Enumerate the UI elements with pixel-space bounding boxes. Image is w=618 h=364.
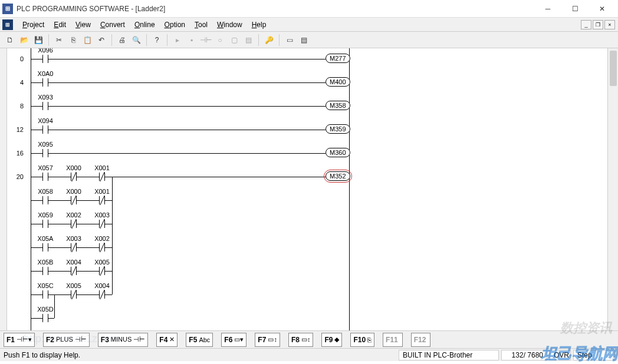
wire [48,130,326,130]
status-bar: Push F1 to display Help. BUILT IN PLC-Br… [0,348,618,361]
fkey-f10[interactable]: F10⎘ [350,333,374,347]
undo-button[interactable]: ↶ [95,34,108,47]
paste-button[interactable]: 📋 [81,34,94,47]
register-button[interactable]: ▤ [242,34,255,47]
wire [112,177,326,177]
app-icon: ⊞ [2,4,13,14]
wire [48,153,326,154]
print-button[interactable]: 🖨 [116,34,129,47]
menu-online[interactable]: Online [130,19,160,30]
key-button[interactable]: 🔑 [262,34,275,47]
wire [54,294,55,318]
wire [105,271,112,272]
wire [105,247,112,248]
status-device: BUILT IN PLC-Brother [399,350,499,360]
left-rail [31,48,31,330]
fkey-f3[interactable]: F3MINUS ⊣⊢ [98,333,149,347]
fkey-f2[interactable]: F2PLUS ⊣⊢ [43,333,90,347]
rung-number: 8 [20,102,24,110]
new-button[interactable]: 🗋 [4,34,17,47]
app-menu-icon: ⊞ [2,19,13,30]
copy-button[interactable]: ⎘ [67,34,80,47]
wire [105,224,112,224]
ladder-diagram[interactable]: 0X096M2774X0A0M4008X093M35812X094M35916X… [7,48,607,330]
print-preview-button[interactable]: 🔍 [130,34,143,47]
scrollbar[interactable] [607,48,618,330]
status-mode: OVR [550,350,571,360]
toolbar: 🗋 📂 💾 ✂ ⎘ 📋 ↶ 🖨 🔍 ? ▸ ▪ ⊣⊢ ○ ▢ ▤ 🔑 ▭ ▤ [0,32,618,48]
stop-button[interactable]: ▪ [185,34,198,47]
menu-bar: ⊞ ProjectEditViewConvertOnlineOptionTool… [0,18,618,32]
status-extra: Step [573,350,614,360]
window-button[interactable]: ▭ [283,34,296,47]
fkey-f8[interactable]: F8▭↕ [288,333,314,347]
cut-button[interactable]: ✂ [52,34,65,47]
wire [112,177,113,294]
menu-view[interactable]: View [71,19,96,30]
coil-M277[interactable]: M277 [326,54,350,63]
rung-number: 16 [17,150,24,157]
wire [105,200,112,201]
contact-tool-button[interactable]: ⊣⊢ [199,34,212,47]
coil-M358[interactable]: M358 [326,101,350,110]
fkey-f7[interactable]: F7▭↕ [255,333,280,347]
left-gutter [0,48,7,330]
rung-number: 12 [17,126,24,133]
coil-M400[interactable]: M400 [326,77,350,87]
wire [105,177,112,177]
maximize-button[interactable]: ☐ [561,1,589,17]
mdi-restore-button[interactable]: ❐ [593,20,603,29]
wire [48,82,326,83]
diagram-area: 0X096M2774X0A0M4008X093M35812X094M35916X… [0,48,618,330]
menu-window[interactable]: Window [212,19,247,30]
box-tool-button[interactable]: ▢ [228,34,241,47]
rung-number: 4 [20,79,24,86]
run-button[interactable]: ▸ [171,34,184,47]
help-button[interactable]: ? [150,34,163,47]
coil-M352[interactable]: M352 [326,171,350,181]
save-button[interactable]: 💾 [32,34,45,47]
coil-tool-button[interactable]: ○ [213,34,226,47]
coil-M359[interactable]: M359 [326,124,350,134]
close-button[interactable]: ✕ [589,1,616,17]
fkey-f9[interactable]: F9◆ [321,333,342,347]
scroll-thumb[interactable] [610,51,617,86]
coil-M360[interactable]: M360 [326,148,350,157]
status-help-text: Push F1 to display Help. [4,351,80,359]
wire [48,59,326,59]
right-rail [349,48,350,330]
wire [48,318,54,319]
fkey-f12: F12 [411,333,431,347]
rung-number: 0 [20,55,24,62]
window-title: PLC PROGRAMMING SOFTWARE - [Ladder2] [17,5,534,13]
wire [48,106,326,107]
mdi-close-button[interactable]: × [604,20,615,29]
title-bar: ⊞ PLC PROGRAMMING SOFTWARE - [Ladder2] ─… [0,0,618,18]
minimize-button[interactable]: ─ [534,1,561,17]
function-key-bar: F1⊣⊢▾F2PLUS ⊣⊢F3MINUS ⊣⊢F4✕F5AbcF6▭▾F7▭↕… [0,330,618,348]
list-button[interactable]: ▤ [297,34,310,47]
fkey-f4[interactable]: F4✕ [156,333,177,347]
menu-option[interactable]: Option [160,19,190,30]
rung-number: 20 [17,173,24,180]
open-button[interactable]: 📂 [18,34,31,47]
menu-help[interactable]: Help [247,19,271,30]
wire [105,294,112,295]
fkey-f11: F11 [383,333,403,347]
mdi-minimize-button[interactable]: _ [581,20,591,29]
menu-tool[interactable]: Tool [190,19,212,30]
status-steps: 132/ 7680 [501,350,547,360]
menu-project[interactable]: Project [18,19,49,30]
fkey-f5[interactable]: F5Abc [186,333,213,347]
menu-edit[interactable]: Edit [49,19,71,30]
menu-convert[interactable]: Convert [96,19,130,30]
fkey-f1[interactable]: F1⊣⊢▾ [4,333,35,347]
fkey-f6[interactable]: F6▭▾ [221,333,246,347]
